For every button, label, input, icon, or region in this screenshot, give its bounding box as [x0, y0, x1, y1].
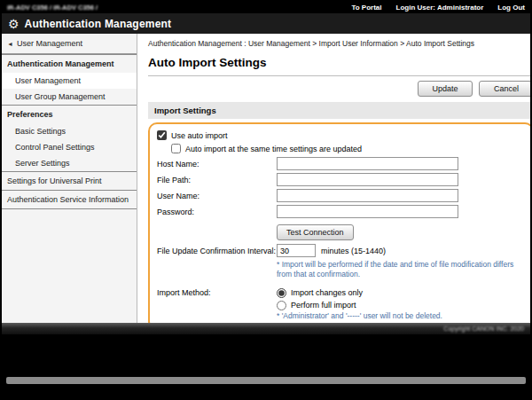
action-button-row: Update Cancel	[148, 81, 530, 97]
import-method-options: Import changes only Perform full import	[277, 288, 363, 310]
file-path-row: File Path:	[157, 173, 523, 186]
host-name-input[interactable]	[277, 157, 458, 170]
page-title: Auto Import Settings	[148, 56, 530, 69]
perform-full-import-label: Perform full import	[291, 301, 356, 310]
interval-input[interactable]	[277, 244, 316, 257]
app-title: Authentication Management	[25, 18, 172, 30]
sidebar-item-user-group-management[interactable]: User Group Management	[2, 89, 137, 105]
sidebar-item-server-settings[interactable]: Server Settings	[2, 155, 137, 171]
gear-icon: ⚙	[8, 18, 20, 30]
sidebar-back-label: User Management	[17, 39, 82, 48]
file-path-input[interactable]	[277, 173, 458, 186]
password-row: Password:	[157, 205, 523, 218]
breadcrumb: Authentication Management : User Managem…	[148, 39, 530, 48]
top-bar: iR-ADV C356 / iR-ADV C356 / To Portal Lo…	[2, 2, 530, 13]
test-connection-row: Test Connection	[277, 223, 523, 240]
cancel-button[interactable]: Cancel	[479, 81, 530, 97]
app-header: ⚙ Authentication Management	[2, 13, 530, 34]
footer-bar: Copyright CANON INC. 2020	[2, 323, 530, 334]
user-name-label: User Name:	[157, 192, 277, 200]
login-user-name: Administrator	[437, 4, 483, 12]
host-name-row: Host Name:	[157, 157, 523, 170]
perform-full-import-radio[interactable]	[277, 301, 286, 310]
user-name-row: User Name:	[157, 189, 523, 202]
login-user-status: Login User: Administrator	[396, 4, 484, 12]
sidebar-back-user-management[interactable]: ◄ User Management	[2, 34, 137, 54]
import-changes-only-radio[interactable]	[277, 288, 286, 298]
sidebar: ◄ User Management Authentication Managem…	[2, 34, 137, 323]
use-auto-import-label: Use auto import	[171, 131, 228, 140]
sidebar-section-authentication-management[interactable]: Authentication Management	[2, 54, 137, 73]
title-divider	[148, 75, 530, 76]
test-connection-button[interactable]: Test Connection	[277, 224, 354, 240]
password-label: Password:	[157, 208, 277, 216]
browser-window: iR-ADV C356 / iR-ADV C356 / To Portal Lo…	[0, 0, 532, 400]
sidebar-item-basic-settings[interactable]: Basic Settings	[2, 123, 137, 139]
interval-suffix: minutes (15-1440)	[321, 247, 386, 255]
copyright-text: Copyright CANON INC. 2020	[443, 325, 524, 332]
file-path-label: File Path:	[157, 176, 277, 184]
use-auto-import-checkbox[interactable]	[157, 130, 167, 140]
interval-row: File Update Confirmation Interval: minut…	[157, 244, 523, 257]
bottom-frame	[2, 334, 530, 398]
import-changes-only-label: Import changes only	[291, 288, 363, 297]
import-settings-section-header: Import Settings	[148, 102, 530, 119]
main-content: Authentication Management : User Managem…	[137, 34, 530, 323]
login-user-label: Login User:	[396, 4, 435, 12]
sidebar-item-user-management[interactable]: User Management	[2, 73, 137, 89]
host-name-label: Host Name:	[157, 160, 277, 169]
sidebar-item-settings-for-universal-print[interactable]: Settings for Universal Print	[2, 171, 137, 190]
auto-import-on-update-label: Auto import at the same time settings ar…	[185, 145, 362, 153]
horizontal-scrollbar-thumb[interactable]	[6, 377, 526, 384]
highlighted-form-area: Use auto import Auto import at the same …	[148, 122, 530, 323]
top-bar-links: To Portal Login User: Administrator Log …	[351, 4, 525, 12]
logout-link[interactable]: Log Out	[497, 4, 525, 12]
import-method-row: Import Method: Import changes only Perfo…	[157, 288, 523, 310]
method-note: * 'Administrator' and '-----' user will …	[277, 311, 523, 321]
import-changes-only-option: Import changes only	[277, 288, 363, 298]
auto-import-on-update-row: Auto import at the same time settings ar…	[171, 144, 523, 153]
interval-label: File Update Confirmation Interval:	[157, 247, 277, 255]
auto-import-on-update-checkbox[interactable]	[171, 144, 181, 153]
page-body: ◄ User Management Authentication Managem…	[2, 34, 530, 323]
update-button[interactable]: Update	[418, 81, 473, 97]
use-auto-import-row: Use auto import	[157, 130, 523, 140]
perform-full-import-option: Perform full import	[277, 301, 363, 310]
sidebar-item-control-panel-settings[interactable]: Control Panel Settings	[2, 139, 137, 155]
back-arrow-icon: ◄	[7, 41, 13, 47]
device-info: iR-ADV C356 / iR-ADV C356 /	[7, 4, 98, 12]
to-portal-link[interactable]: To Portal	[351, 4, 381, 12]
sidebar-section-preferences[interactable]: Preferences	[2, 105, 137, 123]
user-name-input[interactable]	[277, 189, 458, 202]
sidebar-item-authentication-service-information[interactable]: Authentication Service Information	[2, 190, 137, 209]
password-input[interactable]	[277, 205, 458, 218]
interval-note: * Import will be performed if the date a…	[277, 260, 523, 280]
import-method-label: Import Method:	[157, 288, 277, 297]
